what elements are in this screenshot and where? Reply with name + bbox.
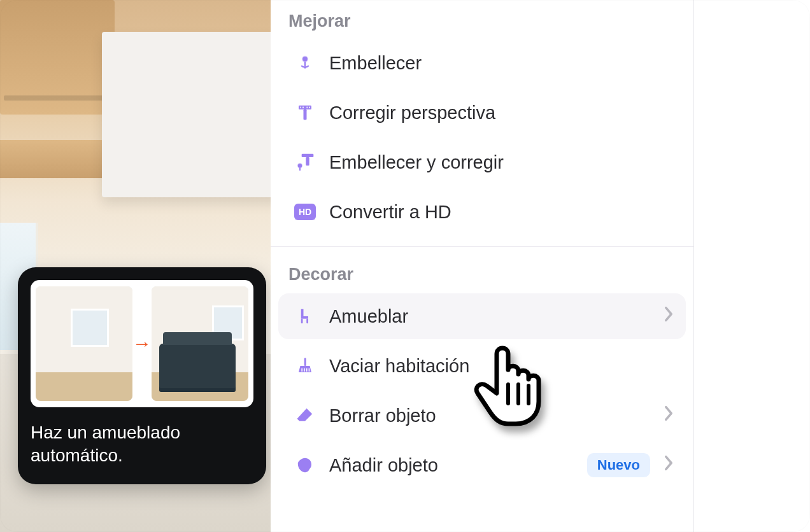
svg-rect-4 [301,107,302,109]
menu-item-label: Embellecer y corregir [329,152,504,173]
flower-ruler-icon [292,150,318,175]
divider [271,246,693,247]
svg-rect-8 [302,154,314,157]
app-stage: → Haz un amueblado automático. Mejorar E… [0,0,810,532]
svg-text:HD: HD [299,207,311,217]
svg-rect-16 [304,358,306,367]
chevron-right-icon [663,454,674,477]
menu-item-embellecer-y-corregir[interactable]: Embellecer y corregir [278,139,686,185]
section-title-decorate: Decorar [271,253,693,290]
blob-icon [292,452,318,478]
hd-icon: HD [292,199,318,225]
right-blank-area [694,0,810,532]
menu-item-label: Embellecer [329,53,422,74]
menu-item-label: Amueblar [329,306,408,327]
menu-item-label: Vaciar habitación [329,356,469,377]
preview-after-image [152,286,248,401]
tooltip-card: → Haz un amueblado automático. [18,267,266,484]
menu-item-label: Corregir perspectiva [329,102,495,123]
svg-rect-7 [309,107,310,109]
menu-item-convertir-hd[interactable]: HD Convertir a HD [278,189,686,235]
chevron-right-icon [663,305,674,328]
svg-rect-17 [301,368,302,372]
svg-rect-14 [301,319,303,324]
tooltip-text: Haz un amueblado automático. [31,421,253,468]
menu-item-amueblar[interactable]: Amueblar [278,293,686,339]
section-title-improve: Mejorar [271,0,693,36]
chevron-right-icon [663,405,674,427]
menu-item-label: Borrar objeto [329,405,436,426]
broom-icon [292,353,318,379]
menu-item-label: Convertir a HD [329,202,451,223]
menu-item-corregir-perspectiva[interactable]: Corregir perspectiva [278,90,686,136]
svg-rect-6 [307,107,308,109]
svg-rect-20 [309,368,310,372]
menu-item-borrar-objeto[interactable]: Borrar objeto [278,393,686,438]
svg-rect-19 [306,368,308,372]
svg-rect-3 [304,109,307,120]
eraser-icon [292,403,318,428]
svg-rect-18 [304,368,305,372]
menu-item-label: Añadir objeto [329,455,438,476]
flower-icon [292,50,318,76]
ruler-t-icon [292,100,318,125]
svg-rect-11 [299,167,301,171]
svg-rect-5 [302,107,304,109]
chair-icon [292,304,318,329]
actions-panel: Mejorar Embellecer Corregir perspectiva … [271,0,694,532]
preview-before-image [36,286,132,401]
menu-item-embellecer[interactable]: Embellecer [278,40,686,86]
new-badge: Nuevo [587,453,650,477]
arrow-right-icon: → [132,333,152,354]
svg-rect-9 [306,157,309,165]
menu-item-vaciar-habitacion[interactable]: Vaciar habitación [278,343,686,389]
menu-item-anadir-objeto[interactable]: Añadir objeto Nuevo [278,442,686,488]
svg-rect-15 [306,319,308,324]
tooltip-preview: → [31,280,253,407]
